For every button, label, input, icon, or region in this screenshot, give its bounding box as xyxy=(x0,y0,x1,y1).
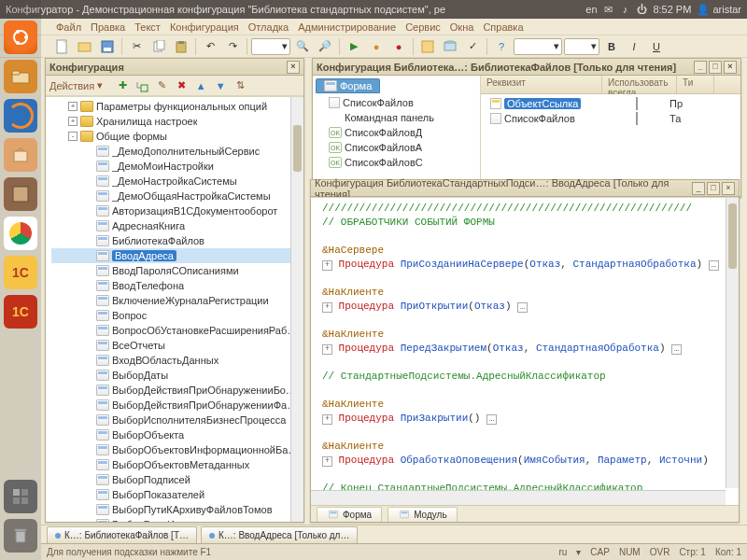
italic-icon[interactable]: I xyxy=(624,37,644,56)
cut-icon[interactable]: ✂ xyxy=(126,37,147,56)
tree-form-item[interactable]: ВходВОбластьДанных xyxy=(51,353,303,368)
user-menu[interactable]: 👤 aristar xyxy=(697,4,741,16)
document-tab[interactable]: К…: ВводАдреса [Только дл… xyxy=(201,526,358,543)
tree-form-item[interactable]: АвторизацияВ1СДокументооборот xyxy=(51,203,303,218)
move-down-icon[interactable]: ▼ xyxy=(212,77,229,94)
keyboard-lang-indicator[interactable]: en xyxy=(585,4,597,15)
dropdown-icon[interactable]: ▾ xyxy=(97,79,103,91)
tree-form-item[interactable]: Вопрос xyxy=(51,308,303,323)
close-icon[interactable]: × xyxy=(724,61,737,74)
open-folder-icon[interactable] xyxy=(75,37,95,56)
debug-run-icon[interactable]: ▶ xyxy=(344,37,364,56)
config-update-icon[interactable] xyxy=(417,37,438,56)
menu-item[interactable]: Окна xyxy=(450,19,474,35)
minimize-icon[interactable]: _ xyxy=(694,61,707,74)
save-icon[interactable] xyxy=(97,37,118,56)
tree-form-item[interactable]: ВопросОбУстановкеРасширенияРаботы… xyxy=(51,323,303,338)
grid-column-header[interactable]: Использовать всегда xyxy=(602,76,677,93)
font-combo[interactable]: ▾ xyxy=(514,38,562,55)
1c-yellow-icon[interactable]: 1C xyxy=(4,256,37,289)
form-element-item[interactable]: OKСписокФайловД xyxy=(316,125,477,140)
tree-form-item[interactable]: ВыборПодписей xyxy=(51,472,303,487)
debug-breakpoint-icon[interactable]: ● xyxy=(388,37,409,56)
code-editor-body[interactable]: ////////////////////////////////////////… xyxy=(311,197,739,505)
tree-branch[interactable]: +Хранилища настроек xyxy=(51,114,303,129)
close-icon[interactable]: × xyxy=(722,182,735,195)
new-file-icon[interactable] xyxy=(52,37,73,56)
ubuntu-dash-icon[interactable] xyxy=(4,21,37,54)
find-next-icon[interactable]: 🔎 xyxy=(315,37,335,56)
form-editor-title[interactable]: Конфигурация Библиотека…: БиблиотекаФайл… xyxy=(313,59,740,76)
tree-branch[interactable]: +Параметры функциональных опций xyxy=(51,99,303,114)
workspace-switcher-icon[interactable] xyxy=(4,480,37,513)
debug-step-icon[interactable]: ● xyxy=(366,37,387,56)
search-icon[interactable]: 🔍 xyxy=(292,37,313,56)
form-element-item[interactable]: OKСписокФайловС xyxy=(316,155,477,170)
generic-app-icon[interactable] xyxy=(4,177,37,211)
code-hscrollbar[interactable] xyxy=(311,490,726,505)
grid-row[interactable]: ОбъектСсылкаПр xyxy=(483,96,739,111)
power-icon[interactable]: ⏻ xyxy=(636,4,647,15)
close-icon[interactable]: × xyxy=(287,61,300,74)
add-icon[interactable]: ✚ xyxy=(114,77,131,94)
software-center-icon[interactable] xyxy=(4,138,37,172)
copy-icon[interactable] xyxy=(148,37,169,56)
tree-branch[interactable]: -Общие формы xyxy=(51,129,303,144)
trash-icon[interactable] xyxy=(4,519,37,553)
tree-form-item[interactable]: _ДемоДополнительныйСервис xyxy=(51,144,303,159)
menu-item[interactable]: Текст xyxy=(134,19,161,35)
files-icon[interactable] xyxy=(4,60,37,93)
underline-icon[interactable]: U xyxy=(646,37,667,56)
grid-row[interactable]: СписокФайловТа xyxy=(483,111,739,126)
code-editor-title[interactable]: Конфигурация БиблиотекаСтандартныхПодси…… xyxy=(311,180,739,197)
edit-icon[interactable]: ✎ xyxy=(153,77,170,94)
chrome-icon[interactable] xyxy=(4,217,37,250)
tree-form-item[interactable]: ВключениеЖурналаРегистрации xyxy=(51,293,303,308)
tree-form-item[interactable]: БиблиотекаФайлов xyxy=(51,233,303,248)
tree-form-item[interactable]: ВводТелефона xyxy=(51,278,303,293)
paste-icon[interactable] xyxy=(171,37,191,56)
tree-form-item[interactable]: ВыборРолиИсполнителя xyxy=(51,517,303,522)
tree-form-item[interactable]: _ДемоНастройкаСистемы xyxy=(51,174,303,189)
menu-item[interactable]: Справка xyxy=(483,19,523,35)
tree-form-item[interactable]: ВыборПоказателей xyxy=(51,487,303,502)
tree-form-item[interactable]: ВыборПутиКАрхивуФайловТомов xyxy=(51,502,303,517)
menu-item[interactable]: Администрирование xyxy=(298,19,396,35)
menu-item[interactable]: Файл xyxy=(56,19,81,35)
1c-red-icon[interactable]: 1C xyxy=(4,295,37,329)
bold-icon[interactable]: B xyxy=(601,37,622,56)
tree-form-item[interactable]: ВыборИсполнителяБизнесПроцесса xyxy=(51,413,303,427)
size-combo[interactable]: ▾ xyxy=(564,38,599,55)
tree-form-item[interactable]: _ДемоОбщаяНастройкаСистемы xyxy=(51,189,303,203)
firefox-icon[interactable] xyxy=(4,99,37,133)
scale-combo[interactable]: ▾ xyxy=(251,38,290,55)
tree-form-item[interactable]: ВводАдреса xyxy=(51,248,303,263)
tree-form-item[interactable]: АдреснаяКнига xyxy=(51,218,303,233)
actions-dropdown[interactable]: Действия xyxy=(49,80,94,91)
menu-item[interactable]: Правка xyxy=(91,19,125,35)
tree-form-item[interactable]: ВводПароляСОписаниями xyxy=(51,263,303,278)
syntax-check-icon[interactable]: ✓ xyxy=(462,37,483,56)
tree-form-item[interactable]: ВыборДействияПриОбнаруженииФайлаДа… xyxy=(51,398,303,413)
sort-icon[interactable]: ⇅ xyxy=(232,77,248,94)
editor-bottom-tab[interactable]: Модуль xyxy=(388,507,457,522)
editor-bottom-tab[interactable]: Форма xyxy=(317,507,382,522)
menu-item[interactable]: Отладка xyxy=(248,19,289,35)
tree-form-item[interactable]: _ДемоМоиНастройки xyxy=(51,159,303,174)
form-element-item[interactable]: Командная панель xyxy=(316,110,477,125)
clock[interactable]: 8:52 PM xyxy=(653,4,691,15)
mail-icon[interactable]: ✉ xyxy=(602,4,613,15)
form-element-item[interactable]: OKСписокФайловА xyxy=(316,140,477,155)
maximize-icon[interactable]: □ xyxy=(707,182,720,195)
tree-form-item[interactable]: ВыборОбъекта xyxy=(51,427,303,442)
maximize-icon[interactable]: □ xyxy=(709,61,722,74)
menu-item[interactable]: Конфигурация xyxy=(170,19,239,35)
add-child-icon[interactable] xyxy=(134,77,150,94)
grid-column-header[interactable]: Реквизит xyxy=(481,76,602,93)
tree-form-item[interactable]: ВыборДаты xyxy=(51,368,303,383)
undo-icon[interactable]: ↶ xyxy=(200,37,220,56)
delete-icon[interactable]: ✖ xyxy=(173,77,190,94)
redo-icon[interactable]: ↷ xyxy=(222,37,243,56)
move-up-icon[interactable]: ▲ xyxy=(192,77,209,94)
minimize-icon[interactable]: _ xyxy=(692,182,705,195)
